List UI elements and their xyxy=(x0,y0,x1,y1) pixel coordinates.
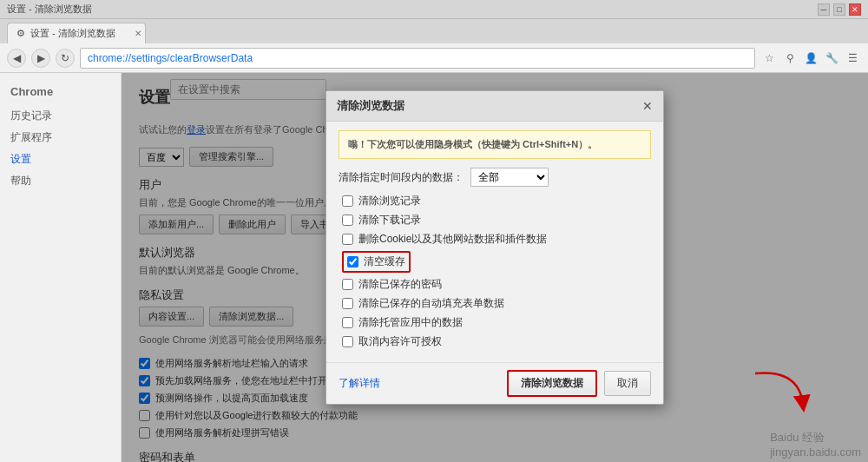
sidebar: Chrome 历史记录 扩展程序 设置 帮助 xyxy=(0,73,122,462)
menu-icon[interactable]: ☰ xyxy=(844,50,861,67)
sidebar-item-history[interactable]: 历史记录 xyxy=(0,105,121,127)
sidebar-item-extensions[interactable]: 扩展程序 xyxy=(0,127,121,148)
tab-label: 设置 - 清除浏览数据 xyxy=(30,27,115,40)
window-title: 设置 - 清除浏览数据 xyxy=(7,3,92,16)
modal-checkbox-4[interactable] xyxy=(342,279,353,290)
modal-checkbox-2[interactable] xyxy=(342,234,353,245)
address-input[interactable] xyxy=(80,48,755,69)
modal-cb-7: 取消内容许可授权 xyxy=(339,334,651,349)
extension-icon[interactable]: 🔧 xyxy=(823,50,840,67)
clear-data-modal: 清除浏览数据 ✕ 嗡！下次您可以使用隐身模式（快捷键为 Ctrl+Shift+N… xyxy=(326,90,664,405)
content-area: 设置 试试让您的登录设置在所有登录了Google Chrome的浏览器之间自动同… xyxy=(122,73,868,462)
modal-cb-5: 清除已保存的自动填充表单数据 xyxy=(339,296,651,311)
bookmark-icon[interactable]: ☆ xyxy=(760,50,778,67)
sidebar-brand: Chrome xyxy=(0,82,121,105)
modal-cb-2: 删除Cookie以及其他网站数据和插件数据 xyxy=(339,232,651,247)
modal-close-btn[interactable]: ✕ xyxy=(642,99,653,113)
modal-checkbox-1[interactable] xyxy=(342,214,353,226)
modal-checkbox-0[interactable] xyxy=(342,195,353,207)
modal-warning: 嗡！下次您可以使用隐身模式（快捷键为 Ctrl+Shift+N）。 xyxy=(339,130,651,159)
modal-cb-1: 清除下载记录 xyxy=(339,213,651,228)
sidebar-item-help[interactable]: 帮助 xyxy=(0,170,121,192)
modal-body: 嗡！下次您可以使用隐身模式（快捷键为 Ctrl+Shift+N）。 清除指定时间… xyxy=(326,122,663,362)
modal-checkbox-5[interactable] xyxy=(342,298,353,309)
tab-close-icon[interactable]: ✕ xyxy=(135,29,141,38)
confirm-clear-btn[interactable]: 清除浏览数据 xyxy=(507,370,597,397)
forward-button[interactable]: ▶ xyxy=(31,49,50,68)
modal-title: 清除浏览数据 xyxy=(337,98,404,114)
modal-checkbox-6[interactable] xyxy=(342,317,353,328)
modal-footer: 了解详情 清除浏览数据 取消 xyxy=(326,362,663,404)
reload-button[interactable]: ↻ xyxy=(56,49,75,68)
address-bar: ◀ ▶ ↻ ☆ ⚲ 👤 🔧 ☰ xyxy=(0,43,868,73)
tab-favicon: ⚙ xyxy=(16,28,25,39)
modal-checkbox-7[interactable] xyxy=(342,336,353,347)
modal-overlay: 清除浏览数据 ✕ 嗡！下次您可以使用隐身模式（快捷键为 Ctrl+Shift+N… xyxy=(122,73,868,462)
tab-bar: ⚙ 设置 - 清除浏览数据 ✕ xyxy=(0,19,868,43)
active-tab[interactable]: ⚙ 设置 - 清除浏览数据 ✕ xyxy=(7,23,146,43)
modal-cb-0: 清除浏览记录 xyxy=(339,194,651,208)
maximize-button[interactable]: □ xyxy=(833,3,845,16)
user-icon[interactable]: 👤 xyxy=(802,50,819,67)
cancel-btn[interactable]: 取消 xyxy=(604,371,651,396)
time-range-row: 清除指定时间段内的数据： 最近一小时 最近一天 最近一周 最近四周 全部 xyxy=(339,168,651,187)
modal-cb-3-highlighted: 清空缓存 xyxy=(339,251,651,273)
modal-cb-4: 清除已保存的密码 xyxy=(339,277,651,292)
time-range-select[interactable]: 最近一小时 最近一天 最近一周 最近四周 全部 xyxy=(470,168,549,187)
sidebar-item-settings[interactable]: 设置 xyxy=(0,148,121,170)
learn-more-link[interactable]: 了解详情 xyxy=(339,376,380,391)
close-button[interactable]: ✕ xyxy=(849,3,861,16)
modal-header: 清除浏览数据 ✕ xyxy=(326,91,663,122)
main-layout: Chrome 历史记录 扩展程序 设置 帮助 设置 试试让您的登录设置在所有登录… xyxy=(0,73,868,462)
title-bar: 设置 - 清除浏览数据 ─ □ ✕ xyxy=(0,0,868,19)
modal-checkbox-3[interactable] xyxy=(347,256,358,267)
minimize-button[interactable]: ─ xyxy=(818,3,830,16)
modal-cb-6: 清除托管应用中的数据 xyxy=(339,315,651,330)
back-button[interactable]: ◀ xyxy=(7,49,26,68)
search-icon2[interactable]: ⚲ xyxy=(781,50,799,67)
arrow-annotation xyxy=(746,365,816,417)
